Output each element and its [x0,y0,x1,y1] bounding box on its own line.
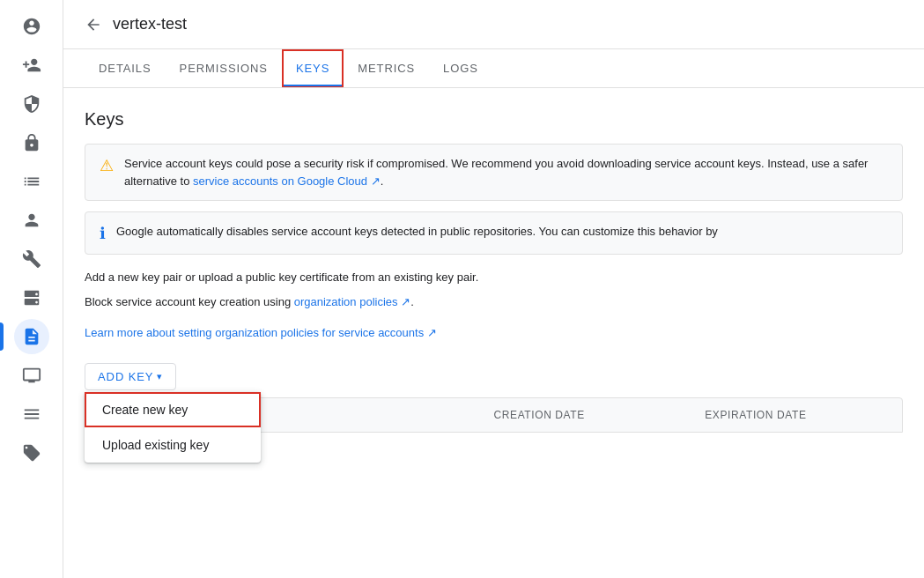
sidebar-icon-person[interactable] [14,203,49,238]
tab-logs[interactable]: LOGS [429,49,492,87]
sidebar-icon-shield[interactable] [14,86,49,122]
content-area: Keys ⚠ Service account keys could pose a… [63,88,924,578]
warning-alert: ⚠ Service account keys could pose a secu… [85,144,903,201]
header: vertex-test [63,0,924,49]
sidebar-icon-monitor[interactable] [14,358,49,393]
table-col-creation-date: Creation date [480,398,691,432]
info-icon: ℹ [100,224,106,243]
sidebar-icon-wrench[interactable] [14,241,49,277]
add-key-label: ADD KEY [98,370,153,383]
service-accounts-link[interactable]: service accounts on Google Cloud ↗ [193,174,381,188]
page-title: vertex-test [113,15,187,33]
learn-more-link[interactable]: Learn more about setting organization po… [85,326,437,339]
tab-details[interactable]: DETAILS [85,49,166,87]
tab-permissions[interactable]: PERMISSIONS [166,49,282,87]
tab-metrics[interactable]: METRICS [344,49,429,87]
warning-icon: ⚠ [100,156,114,175]
tabs-bar: DETAILS PERMISSIONS KEYS METRICS LOGS [63,49,924,88]
sidebar-icon-add-person[interactable] [14,48,49,83]
desc-text-1: Add a new key pair or upload a public ke… [85,269,903,286]
desc-text-3: Learn more about setting organization po… [85,324,903,342]
desc-text-2: Block service account key creation using… [85,293,903,311]
table-col-expiration-date: Expiration date [691,398,902,432]
sidebar-icon-tag[interactable] [14,435,49,471]
add-key-dropdown-wrapper: ADD KEY ▾ Create new key Upload existing… [85,349,176,390]
sidebar-icon-avatar[interactable] [14,9,49,44]
keys-section-title: Keys [85,109,903,130]
sidebar-icon-document[interactable] [14,319,49,354]
info-alert-text: Google automatically disables service ac… [116,223,718,241]
sidebar-icon-list[interactable] [14,164,49,199]
back-button[interactable] [85,16,102,33]
info-alert: ℹ Google automatically disables service … [85,211,903,255]
org-policies-link[interactable]: organization policies ↗ [294,295,410,308]
upload-existing-key-item[interactable]: Upload existing key [85,427,261,463]
tab-keys[interactable]: KEYS [282,49,344,87]
add-key-dropdown-menu: Create new key Upload existing key [85,392,261,463]
sidebar-icon-menu-list[interactable] [14,396,49,432]
sidebar-icon-lock[interactable] [14,125,49,160]
warning-alert-text: Service account keys could pose a securi… [124,155,888,189]
add-key-button[interactable]: ADD KEY ▾ [85,363,176,390]
sidebar [0,0,63,578]
dropdown-arrow-icon: ▾ [157,371,163,382]
create-new-key-item[interactable]: Create new key [85,392,261,427]
sidebar-icon-database[interactable] [14,280,49,315]
main-content: vertex-test DETAILS PERMISSIONS KEYS MET… [63,0,924,578]
